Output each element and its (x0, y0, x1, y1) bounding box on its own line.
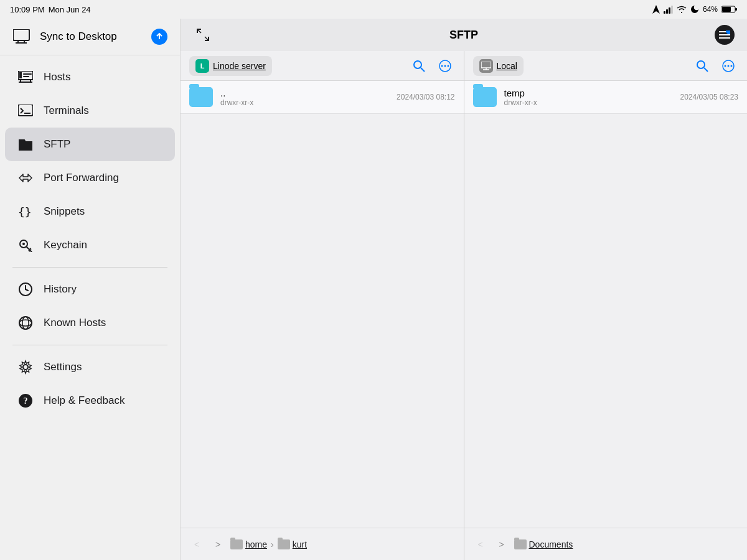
svg-point-28 (19, 320, 32, 326)
page-title: SFTP (449, 29, 478, 42)
sync-upload-badge[interactable] (151, 29, 167, 45)
location-icon (652, 5, 660, 14)
local-forward-button[interactable]: > (493, 536, 510, 553)
queue-button[interactable] (715, 25, 735, 45)
svg-point-26 (19, 317, 32, 329)
breadcrumb-kurt-label: kurt (293, 539, 307, 549)
monitor-icon (12, 27, 31, 46)
sidebar-item-portforwarding[interactable]: Port Forwarding (5, 161, 175, 195)
folder-icon (473, 87, 497, 107)
breadcrumb-kurt[interactable]: kurt (278, 539, 307, 549)
remote-back-button[interactable]: < (188, 536, 205, 553)
sidebar-item-help[interactable]: ? Help & Feedback (5, 384, 175, 418)
linode-icon: L (195, 59, 209, 73)
svg-point-52 (731, 65, 733, 67)
sidebar: Sync to Desktop (0, 19, 181, 560)
sync-section[interactable]: Sync to Desktop (0, 19, 180, 55)
sidebar-item-keychain[interactable]: Keychain (5, 228, 175, 262)
breadcrumb-folder-icon-2 (278, 539, 290, 549)
file-date: 2024/03/03 08:12 (397, 93, 454, 101)
sidebar-item-knownhosts-label: Known Hosts (44, 317, 106, 329)
nav-divider-1 (12, 267, 167, 268)
main-content: SFTP L Linode server (181, 19, 747, 560)
breadcrumb-documents[interactable]: Documents (514, 539, 573, 549)
signal-icon (664, 6, 673, 14)
breadcrumb-folder-icon (230, 539, 243, 549)
file-name: temp (504, 88, 673, 98)
svg-line-48 (704, 68, 708, 72)
nav-section: Hosts Terminals (0, 55, 180, 560)
wifi-icon (677, 6, 687, 13)
local-file-list: temp drwxr-xr-x 2024/03/05 08:23 (464, 81, 748, 528)
remote-server-badge[interactable]: L Linode server (189, 56, 272, 76)
status-left: 10:09 PM Mon Jun 24 (10, 5, 91, 14)
remote-server-name: Linode server (213, 61, 266, 71)
svg-text:{}: {} (18, 205, 32, 218)
table-row[interactable]: temp drwxr-xr-x 2024/03/05 08:23 (464, 81, 748, 114)
sidebar-item-terminals-label: Terminals (44, 105, 89, 117)
svg-point-50 (725, 65, 726, 67)
breadcrumb-sep-1: › (271, 539, 274, 549)
file-permissions: drwxr-xr-x (220, 98, 389, 107)
svg-line-21 (29, 250, 30, 251)
breadcrumb-home[interactable]: home (230, 539, 267, 549)
svg-line-39 (421, 68, 425, 72)
sidebar-item-snippets[interactable]: {} Snippets (5, 195, 175, 228)
local-panel-header: Local (464, 51, 748, 81)
sync-label: Sync to Desktop (40, 30, 143, 43)
app-container: Sync to Desktop (0, 19, 747, 560)
expand-button[interactable] (193, 25, 213, 45)
remote-search-button[interactable] (409, 56, 429, 76)
svg-rect-11 (23, 76, 29, 77)
file-panels: L Linode server (181, 51, 747, 560)
svg-point-41 (441, 65, 443, 67)
svg-rect-10 (23, 73, 32, 75)
svg-point-37 (726, 30, 730, 34)
sidebar-item-hosts[interactable]: Hosts (5, 60, 175, 94)
local-icon (479, 59, 493, 73)
file-info: .. drwxr-xr-x (220, 88, 389, 107)
sidebar-item-terminals[interactable]: Terminals (5, 94, 175, 128)
sftp-icon (17, 136, 34, 152)
svg-text:?: ? (24, 396, 28, 406)
status-right: 64% (652, 5, 737, 14)
remote-panel-header: L Linode server (181, 51, 464, 81)
sidebar-item-sftp-label: SFTP (44, 138, 70, 151)
remote-forward-button[interactable]: > (209, 536, 227, 553)
status-bar: 10:09 PM Mon Jun 24 64% (0, 0, 747, 19)
svg-rect-3 (722, 7, 731, 12)
sidebar-item-history[interactable]: History (5, 273, 175, 306)
folder-icon (189, 87, 213, 107)
local-server-badge[interactable]: Local (473, 56, 524, 76)
local-back-button[interactable]: < (472, 536, 489, 553)
table-row[interactable]: .. drwxr-xr-x 2024/03/03 08:12 (181, 81, 464, 114)
sidebar-item-snippets-label: Snippets (44, 205, 85, 218)
knownhosts-icon (17, 315, 34, 331)
svg-marker-0 (652, 5, 660, 14)
local-panel: Local (464, 51, 748, 560)
local-search-button[interactable] (692, 56, 712, 76)
sidebar-item-help-label: Help & Feedback (44, 394, 125, 407)
remote-more-button[interactable] (435, 56, 455, 76)
sidebar-item-history-label: History (44, 283, 77, 296)
local-more-button[interactable] (718, 56, 738, 76)
local-server-name: Local (497, 61, 517, 71)
svg-rect-4 (13, 29, 29, 40)
sidebar-item-settings-label: Settings (44, 361, 82, 373)
svg-point-29 (23, 365, 28, 370)
sidebar-item-settings[interactable]: Settings (5, 350, 175, 384)
file-permissions: drwxr-xr-x (504, 98, 673, 107)
hosts-icon (17, 69, 34, 85)
sidebar-item-knownhosts[interactable]: Known Hosts (5, 306, 175, 340)
file-name: .. (220, 88, 389, 98)
sidebar-item-hosts-label: Hosts (44, 71, 70, 83)
svg-line-25 (26, 289, 28, 291)
svg-point-47 (697, 61, 705, 68)
svg-rect-15 (18, 105, 33, 116)
remote-panel-footer: < > home › kurt (181, 528, 464, 560)
time: 10:09 PM (10, 5, 45, 14)
sidebar-item-sftp[interactable]: SFTP (5, 128, 175, 161)
snippets-icon: {} (17, 203, 34, 220)
svg-point-19 (22, 243, 25, 245)
moon-icon (690, 5, 699, 14)
